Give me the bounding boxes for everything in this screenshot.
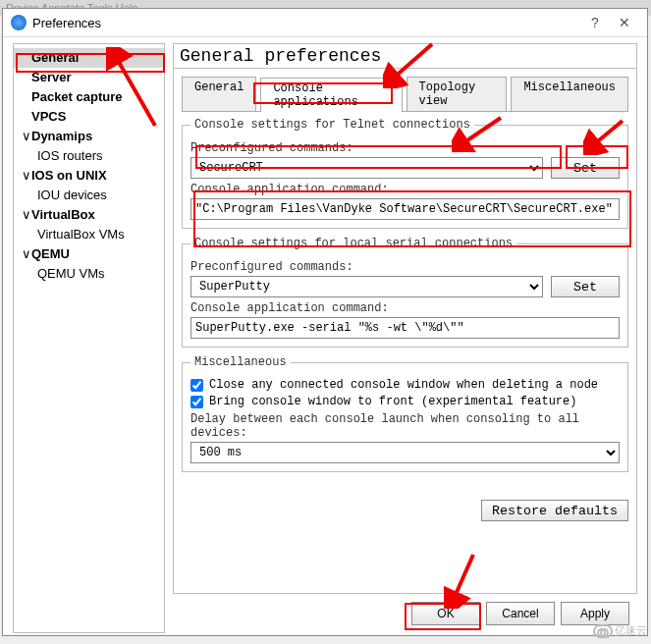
sidebar-item[interactable]: QEMU VMs [14,264,164,284]
sidebar-item[interactable]: ∨VirtualBox [14,205,164,225]
bring-front-checkbox[interactable]: Bring console window to front (experimen… [190,395,620,408]
telnet-pre-label: Preconfigured commands: [190,141,620,155]
misc-group: Miscellaneous Close any connected consol… [182,355,628,472]
sidebar-item[interactable]: ∨IOS on UNIX [14,166,164,186]
tab[interactable]: Miscellaneous [511,77,628,111]
preferences-window: Preferences ? ✕ GeneralServerPacket capt… [2,8,648,636]
help-button[interactable]: ? [580,15,610,30]
misc-legend: Miscellaneous [190,355,291,369]
page-title: General preferences [173,43,637,68]
watermark: 亿速云 [593,623,647,638]
close-window-check[interactable] [190,379,203,392]
serial-group: Console settings for local serial connec… [182,237,628,348]
telnet-set-button[interactable]: Set [551,157,620,179]
tab[interactable]: Console applications [260,78,402,112]
sidebar-item[interactable]: ∨QEMU [14,244,164,264]
restore-defaults-button[interactable]: Restore defaults [481,500,628,521]
settings-panel: GeneralConsole applicationsTopology view… [173,68,637,594]
delay-select[interactable]: 500 ms [190,442,620,463]
close-window-checkbox[interactable]: Close any connected console window when … [190,378,620,392]
serial-cmd-input[interactable] [190,317,620,339]
apply-button[interactable]: Apply [561,602,629,625]
titlebar: Preferences ? ✕ [3,9,647,37]
sidebar-item[interactable]: VPCS [14,107,164,127]
telnet-cmd-input[interactable] [190,198,620,220]
cancel-button[interactable]: Cancel [486,602,555,625]
serial-cmd-label: Console application command: [190,301,620,315]
close-window-label: Close any connected console window when … [209,378,598,392]
sidebar-item[interactable]: ∨Dynamips [14,127,164,146]
bring-front-check[interactable] [190,396,203,408]
serial-pre-select[interactable]: SuperPutty [190,276,543,297]
app-icon [11,15,27,30]
serial-set-button[interactable]: Set [551,276,620,297]
tab[interactable]: General [182,77,256,111]
sidebar-item[interactable]: Packet capture [14,87,164,107]
close-button[interactable]: ✕ [610,15,639,30]
dialog-buttons: OK Cancel Apply [173,594,637,633]
telnet-legend: Console settings for Telnet connections [190,118,474,132]
serial-pre-label: Preconfigured commands: [190,260,620,274]
sidebar-item[interactable]: VirtualBox VMs [14,225,164,244]
ok-button[interactable]: OK [411,602,480,625]
tab[interactable]: Topology view [407,77,508,111]
tabs: GeneralConsole applicationsTopology view… [182,77,628,112]
serial-legend: Console settings for local serial connec… [190,237,516,250]
window-title: Preferences [32,16,580,30]
delay-label: Delay between each console launch when c… [190,412,620,440]
telnet-group: Console settings for Telnet connections … [182,118,628,229]
telnet-cmd-label: Console application command: [190,183,620,196]
sidebar-item[interactable]: General [14,48,164,68]
sidebar-item[interactable]: Server [14,68,164,87]
bring-front-label: Bring console window to front (experimen… [209,395,576,408]
sidebar-item[interactable]: IOU devices [14,186,164,205]
sidebar-item[interactable]: IOS routers [14,146,164,166]
telnet-pre-select[interactable]: SecureCRT [190,157,543,179]
category-sidebar: GeneralServerPacket captureVPCS∨Dynamips… [13,43,165,633]
